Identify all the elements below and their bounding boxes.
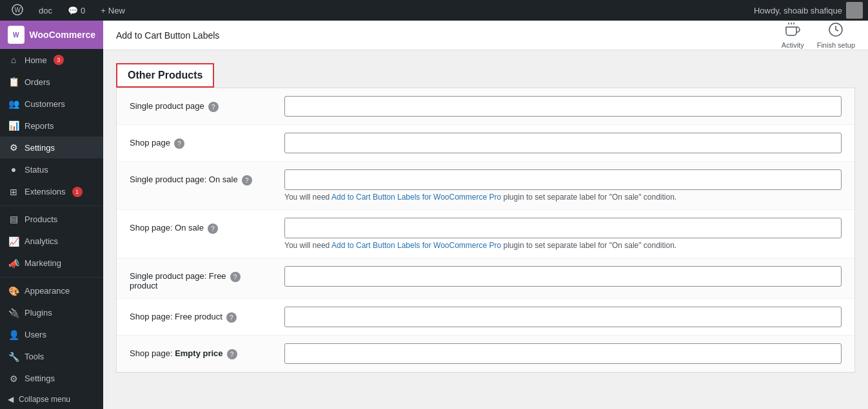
finish-setup-label: Finish setup (817, 41, 855, 49)
admin-bar: W doc 💬 0 + New Howdy, shoaib shafique (0, 0, 868, 21)
extensions-badge: 1 (72, 187, 83, 197)
form-row-single-product-on-sale: Single product page: On sale ? You will … (117, 162, 854, 210)
help-icon-shop-page[interactable]: ? (174, 138, 184, 149)
comments-button[interactable]: 💬 0 (61, 0, 92, 21)
input-single-product-on-sale[interactable] (284, 169, 842, 190)
sidebar-label-tools: Tools (25, 352, 44, 361)
sidebar-label-marketing: Marketing (25, 258, 61, 268)
site-name[interactable]: doc (32, 0, 59, 21)
sidebar-item-orders[interactable]: 📋 Orders (0, 71, 103, 93)
sidebar-label-wp-settings: Settings (25, 374, 55, 383)
sidebar-item-home[interactable]: ⌂ Home 3 (0, 49, 103, 71)
label-text-shop-page-on-sale: Shop page: On sale (130, 223, 204, 233)
section-heading: Other Products (116, 63, 214, 88)
collapse-icon: ◀ (8, 395, 14, 404)
sidebar-label-plugins: Plugins (25, 308, 52, 318)
menu-separator-2 (0, 277, 103, 278)
help-icon-shop-page-on-sale[interactable]: ? (208, 224, 218, 234)
tools-icon: 🔧 (8, 352, 19, 362)
input-shop-page[interactable] (284, 133, 842, 153)
products-icon: ▤ (8, 214, 19, 224)
sidebar-label-reports: Reports (25, 121, 54, 131)
field-shop-page-free (284, 307, 842, 327)
svg-text:W: W (15, 6, 21, 14)
orders-icon: 📋 (8, 77, 19, 87)
sidebar-item-reports[interactable]: 📊 Reports (0, 115, 103, 137)
sidebar-item-tools[interactable]: 🔧 Tools (0, 346, 103, 368)
new-label: New (108, 6, 125, 15)
home-badge: 3 (54, 55, 64, 65)
pro-link-single-product-on-sale[interactable]: Add to Cart Button Labels for WooCommerc… (331, 193, 501, 202)
form-row-single-product-page: Single product page ? (117, 88, 854, 125)
sidebar-item-status[interactable]: ● Status (0, 158, 103, 180)
sidebar: W WooCommerce ⌂ Home 3 📋 Orders 👥 Custom… (0, 21, 103, 409)
wp-settings-icon: ⚙ (8, 374, 19, 384)
page-title: Add to Cart Button Labels (116, 30, 219, 41)
sidebar-item-wp-settings[interactable]: ⚙ Settings (0, 368, 103, 390)
form-row-shop-page: Shop page ? (117, 125, 854, 162)
bottom-scrollbar[interactable] (103, 401, 868, 409)
sidebar-item-extensions[interactable]: ⊞ Extensions 1 (0, 180, 103, 202)
menu-separator-1 (0, 205, 103, 206)
reports-icon: 📊 (8, 120, 19, 131)
collapse-label: Collapse menu (19, 395, 70, 404)
field-single-product-on-sale: You will need Add to Cart Button Labels … (284, 169, 842, 202)
sidebar-item-analytics[interactable]: 📈 Analytics (0, 231, 103, 252)
sidebar-item-users[interactable]: 👤 Users (0, 324, 103, 346)
status-icon: ● (8, 164, 19, 175)
help-icon-single-product-on-sale[interactable]: ? (242, 175, 252, 185)
help-icon-single-product-free[interactable]: ? (230, 272, 241, 282)
input-shop-page-empty-price[interactable] (284, 343, 842, 364)
form-row-shop-page-empty-price: Shop page: Empty price ? (117, 336, 854, 372)
comments-count: 0 (81, 6, 85, 15)
activity-label: Activity (782, 41, 804, 49)
woocommerce-menu-top[interactable]: W WooCommerce (0, 21, 103, 49)
sidebar-label-appearance: Appearance (25, 286, 70, 296)
activity-button[interactable]: Activity (782, 22, 804, 49)
new-content-button[interactable]: + New (94, 0, 132, 21)
appearance-icon: 🎨 (8, 286, 19, 296)
wp-icon: W (12, 4, 23, 17)
sidebar-label-orders: Orders (25, 77, 50, 87)
main-content: Add to Cart Button Labels Activity Finis… (103, 21, 868, 409)
sidebar-item-appearance[interactable]: 🎨 Appearance (0, 280, 103, 302)
finish-setup-button[interactable]: Finish setup (817, 22, 855, 49)
help-icon-single-product-page[interactable]: ? (208, 102, 219, 112)
input-single-product-page[interactable] (284, 96, 842, 117)
sidebar-item-customers[interactable]: 👥 Customers (0, 93, 103, 115)
pro-link-shop-page-on-sale[interactable]: Add to Cart Button Labels for WooCommerc… (331, 241, 501, 250)
input-shop-page-on-sale[interactable] (284, 218, 842, 238)
label-text-shop-page-free: Shop page: Free product (130, 312, 222, 321)
form-row-shop-page-free: Shop page: Free product ? (117, 299, 854, 336)
analytics-icon: 📈 (8, 236, 19, 247)
collapse-menu-button[interactable]: ◀ Collapse menu (0, 390, 103, 409)
input-shop-page-free[interactable] (284, 307, 842, 327)
form-row-single-product-free: Single product page: Freeproduct ? (117, 258, 854, 299)
plugins-icon: 🔌 (8, 308, 19, 318)
plugin-name: WooCommerce (30, 30, 95, 40)
header-actions: Activity Finish setup (782, 22, 855, 49)
sidebar-label-settings: Settings (25, 143, 55, 153)
content-header: Add to Cart Button Labels Activity Finis… (103, 21, 868, 50)
wp-logo[interactable]: W (5, 0, 30, 21)
label-single-product-on-sale: Single product page: On sale ? (130, 169, 284, 185)
sidebar-label-users: Users (25, 330, 46, 339)
sidebar-label-extensions: Extensions (25, 187, 66, 196)
input-single-product-free[interactable] (284, 266, 842, 287)
pro-notice-shop-page-on-sale: You will need Add to Cart Button Labels … (284, 241, 842, 250)
sidebar-item-settings[interactable]: ⚙ Settings (0, 137, 103, 158)
sidebar-item-plugins[interactable]: 🔌 Plugins (0, 302, 103, 324)
field-single-product-page (284, 96, 842, 117)
section-heading-text: Other Products (128, 70, 202, 81)
label-single-product-page: Single product page ? (130, 96, 284, 112)
pro-notice-single-product-on-sale: You will need Add to Cart Button Labels … (284, 193, 842, 202)
help-icon-shop-page-free[interactable]: ? (226, 312, 237, 323)
field-shop-page (284, 133, 842, 153)
sidebar-item-products[interactable]: ▤ Products (0, 208, 103, 230)
site-name-label: doc (39, 6, 52, 15)
sidebar-item-marketing[interactable]: 📣 Marketing (0, 252, 103, 274)
finish-setup-icon (828, 22, 843, 41)
help-icon-shop-page-empty-price[interactable]: ? (227, 349, 237, 359)
woo-logo: W (8, 26, 25, 44)
avatar (846, 2, 863, 19)
